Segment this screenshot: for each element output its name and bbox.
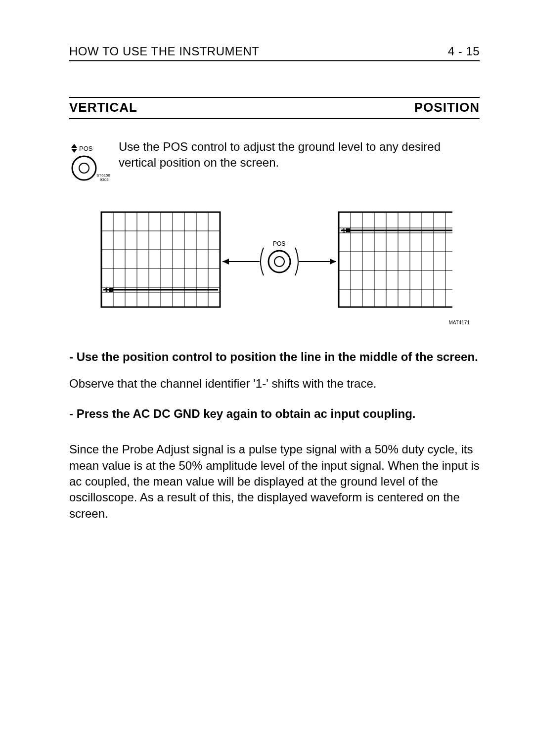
svg-rect-45	[346, 228, 350, 232]
knob-ref-sub: 9303	[100, 178, 109, 182]
svg-point-27	[274, 257, 284, 267]
svg-marker-23	[222, 259, 229, 265]
svg-marker-0	[71, 144, 77, 148]
svg-point-26	[268, 251, 290, 272]
svg-point-2	[72, 156, 96, 180]
step-2: - Press the AC DC GND key again to obtai…	[69, 406, 480, 422]
step-1: - Use the position control to position t…	[69, 349, 480, 365]
explanation-paragraph: Since the Probe Adjust signal is a pulse…	[69, 442, 480, 522]
figure-id: MAT4171	[69, 320, 470, 325]
svg-rect-28	[339, 212, 452, 307]
svg-marker-1	[71, 149, 77, 153]
section-left-label: VERTICAL	[69, 100, 137, 115]
page-header: HOW TO USE THE INSTRUMENT 4 - 15	[69, 44, 480, 61]
svg-text:1: 1	[342, 227, 346, 234]
intro-text: Use the POS control to adjust the ground…	[119, 139, 480, 171]
page-number: 4 - 15	[448, 44, 480, 58]
section-heading: VERTICAL POSITION	[69, 98, 480, 119]
knob-label-text: POS	[79, 145, 93, 152]
svg-rect-21	[109, 288, 113, 292]
knob-ref-id: ST6158	[96, 173, 111, 178]
svg-marker-25	[330, 259, 336, 265]
figure-knob-label: POS	[273, 240, 285, 247]
section-right-label: POSITION	[414, 100, 480, 115]
position-figure: 1 POS	[69, 207, 480, 325]
pos-knob-icon: POS ST6158 9303	[69, 141, 113, 190]
svg-point-3	[79, 163, 89, 173]
page: HOW TO USE THE INSTRUMENT 4 - 15 VERTICA…	[0, 0, 534, 756]
intro-block: POS ST6158 9303 Use the POS control to a…	[69, 139, 480, 192]
svg-text:1: 1	[105, 287, 108, 294]
knob-icon-group: POS ST6158 9303	[69, 139, 119, 192]
header-title: HOW TO USE THE INSTRUMENT	[69, 44, 260, 58]
observe-paragraph: Observe that the channel identifier '1-'…	[69, 376, 480, 392]
